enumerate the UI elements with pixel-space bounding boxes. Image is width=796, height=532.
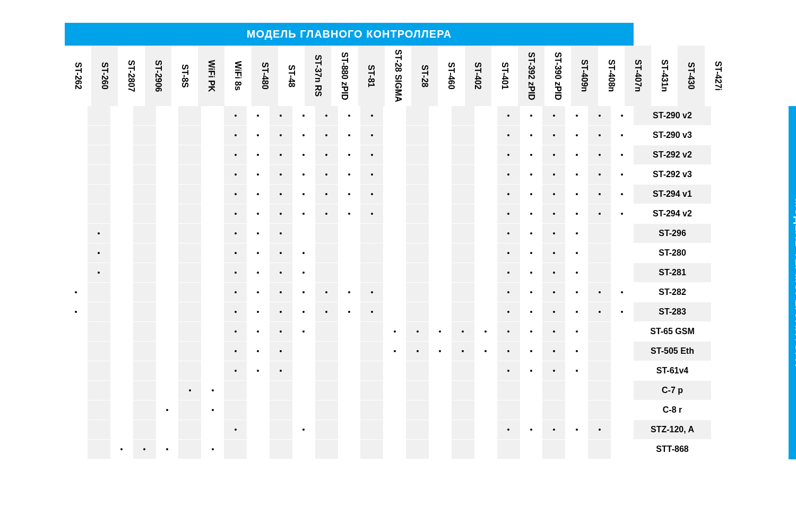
matrix-cell: [133, 106, 156, 125]
matrix-cell: [133, 381, 156, 400]
dot-icon: [576, 232, 578, 234]
matrix-cell: [497, 145, 520, 164]
column-header: ST-402: [465, 46, 491, 106]
matrix-cell: [611, 342, 634, 361]
matrix-cell: [452, 322, 474, 341]
matrix-cell: [133, 185, 156, 204]
matrix-cell: [156, 224, 179, 243]
matrix-cell: [383, 283, 406, 302]
matrix-cell: [542, 224, 565, 243]
matrix-cell: [110, 263, 133, 282]
matrix-cell: [383, 420, 406, 439]
top-header: МОДЕЛЬ ГЛАВНОГО КОНТРОЛЛЕРА: [65, 23, 634, 46]
matrix-cell: [383, 165, 406, 184]
table-row: ST-283: [65, 302, 731, 321]
matrix-cell: [315, 126, 338, 145]
row-label: ST-280: [634, 243, 711, 263]
matrix-cell: [452, 145, 474, 164]
matrix-cell: [178, 283, 201, 302]
matrix-cell: [315, 185, 338, 204]
dot-icon: [507, 370, 509, 372]
dot-icon: [576, 193, 578, 195]
matrix-cell: [156, 420, 179, 439]
dot-icon: [439, 330, 441, 333]
matrix-cell: [247, 165, 270, 184]
matrix-cell: [611, 283, 634, 302]
matrix-cell: [88, 145, 110, 164]
matrix-cell: [360, 126, 383, 145]
column-header: ST-262: [65, 46, 91, 106]
matrix-cell: [429, 322, 452, 341]
matrix-cell: [133, 400, 156, 420]
table-row: ST-294 v1: [65, 185, 731, 204]
dot-icon: [553, 272, 555, 274]
column-header: ST-28: [411, 46, 438, 106]
matrix-cell: [360, 342, 383, 361]
matrix-cell: [88, 126, 110, 145]
dot-icon: [553, 115, 555, 117]
matrix-cell: [65, 106, 88, 125]
matrix-cell: [474, 440, 497, 459]
matrix-cell: [292, 381, 315, 400]
matrix-cell: [270, 440, 292, 459]
matrix-cell: [65, 126, 88, 145]
dot-icon: [257, 291, 259, 293]
matrix-cell: [88, 322, 110, 341]
matrix-cell: [497, 322, 520, 341]
dot-icon: [553, 154, 555, 156]
matrix-cell: [497, 126, 520, 145]
matrix-cell: [406, 361, 429, 380]
dot-icon: [98, 272, 100, 274]
dot-icon: [235, 115, 237, 117]
matrix-cell: [360, 283, 383, 302]
matrix-cell: [452, 361, 474, 380]
dot-icon: [302, 311, 305, 313]
matrix-cell: [156, 283, 179, 302]
dot-icon: [576, 252, 578, 254]
matrix-cell: [452, 165, 474, 184]
matrix-cell: [178, 106, 201, 125]
dot-icon: [120, 448, 123, 450]
matrix-cell: [383, 381, 406, 400]
matrix-cell: [611, 126, 634, 145]
dot-icon: [257, 173, 259, 176]
matrix-cell: [360, 243, 383, 263]
matrix-cell: [201, 165, 224, 184]
matrix-cell: [429, 106, 452, 125]
matrix-cell: [406, 106, 429, 125]
dot-icon: [530, 272, 532, 274]
matrix-cell: [383, 224, 406, 243]
dot-icon: [507, 330, 509, 333]
dot-icon: [302, 134, 305, 136]
dot-icon: [553, 213, 555, 215]
matrix-cell: [429, 243, 452, 263]
matrix-cell: [156, 361, 179, 380]
matrix-cell: [360, 440, 383, 459]
dot-icon: [325, 173, 327, 176]
dot-icon: [371, 115, 373, 117]
matrix-cell: [270, 145, 292, 164]
matrix-cell: [497, 224, 520, 243]
dot-icon: [280, 311, 282, 313]
matrix-cell: [247, 283, 270, 302]
matrix-cell: [383, 322, 406, 341]
matrix-cell: [588, 204, 611, 223]
dot-icon: [280, 350, 282, 352]
dot-icon: [530, 330, 532, 333]
dot-icon: [371, 213, 373, 215]
dot-icon: [621, 173, 623, 176]
matrix-cell: [315, 302, 338, 321]
dot-icon: [507, 193, 509, 195]
matrix-cell: [565, 106, 588, 125]
matrix-cell: [110, 440, 133, 459]
column-header: ST-460: [438, 46, 464, 106]
matrix-cell: [247, 224, 270, 243]
matrix-cell: [224, 302, 247, 321]
matrix-cell: [224, 440, 247, 459]
matrix-cell: [270, 400, 292, 420]
dot-icon: [576, 115, 578, 117]
matrix-cell: [565, 342, 588, 361]
matrix-cell: [474, 283, 497, 302]
dot-icon: [348, 115, 350, 117]
matrix-cell: [178, 224, 201, 243]
